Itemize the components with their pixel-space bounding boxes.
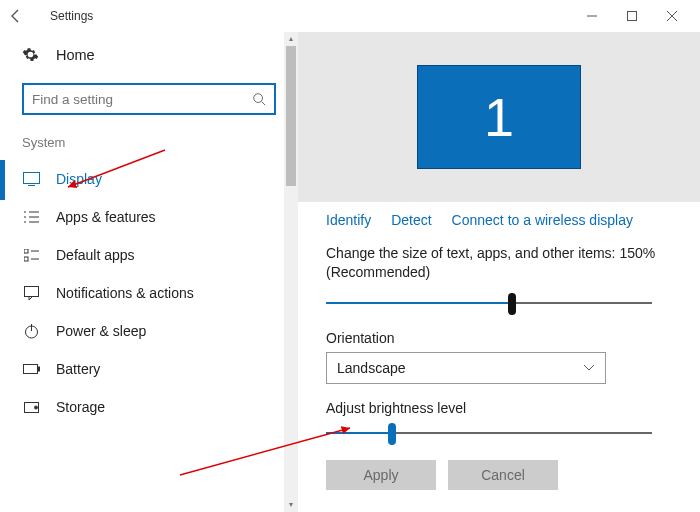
svg-rect-18 [24,287,38,297]
nav-item-apps[interactable]: Apps & features [20,198,298,236]
search-icon [252,92,266,106]
detect-link[interactable]: Detect [391,212,431,228]
brightness-label: Adjust brightness level [326,400,672,416]
display-icon [22,172,40,186]
battery-icon [22,364,40,374]
nav-item-storage[interactable]: Storage [20,388,298,426]
svg-point-24 [34,406,37,409]
section-label: System [20,129,298,160]
maximize-button[interactable] [612,2,652,30]
orientation-value: Landscape [337,360,406,376]
svg-line-5 [262,102,266,106]
svg-rect-14 [24,249,28,253]
svg-point-4 [254,94,263,103]
display-preview: 1 [298,32,700,202]
svg-rect-16 [24,257,28,261]
nav-label: Battery [56,361,100,377]
nav-item-display[interactable]: Display [20,160,298,198]
scroll-down-button[interactable]: ▾ [284,498,298,512]
scroll-up-button[interactable]: ▴ [284,32,298,46]
selection-indicator [0,160,5,200]
home-nav[interactable]: Home [20,40,298,75]
search-field[interactable] [32,92,252,107]
minimize-button[interactable] [572,2,612,30]
nav-label: Default apps [56,247,135,263]
apply-button[interactable]: Apply [326,460,436,490]
list-icon [22,211,40,224]
nav-item-power[interactable]: Power & sleep [20,312,298,350]
cancel-button[interactable]: Cancel [448,460,558,490]
nav-item-battery[interactable]: Battery [20,350,298,388]
identify-link[interactable]: Identify [326,212,371,228]
svg-rect-21 [23,365,37,374]
storage-icon [22,402,40,413]
display-links: Identify Detect Connect to a wireless di… [326,212,672,228]
svg-rect-22 [38,367,40,371]
nav-item-default-apps[interactable]: Default apps [20,236,298,274]
close-button[interactable] [652,2,692,30]
brightness-slider-thumb[interactable] [388,423,396,445]
nav-list: Display Apps & features Default apps Not… [20,160,298,426]
search-input[interactable] [22,83,276,115]
notification-icon [22,286,40,300]
power-icon [22,324,40,339]
scale-label: Change the size of text, apps, and other… [326,244,672,282]
scale-slider-thumb[interactable] [508,293,516,315]
monitor-number: 1 [484,86,514,148]
svg-rect-6 [23,173,39,184]
sidebar-scrollbar[interactable]: ▴ ▾ [284,32,298,512]
nav-label: Display [56,171,102,187]
chevron-down-icon [583,364,595,372]
titlebar: Settings [0,0,700,32]
nav-label: Apps & features [56,209,156,225]
svg-rect-1 [628,12,637,21]
monitor-thumbnail[interactable]: 1 [417,65,581,169]
wireless-display-link[interactable]: Connect to a wireless display [452,212,633,228]
home-label: Home [56,47,95,63]
scroll-thumb[interactable] [286,46,296,186]
orientation-label: Orientation [326,330,672,346]
gear-icon [22,46,40,63]
brightness-slider[interactable] [326,422,672,446]
orientation-select[interactable]: Landscape [326,352,606,384]
grid-icon [22,249,40,262]
sidebar: Home System Display Apps & features Defa… [0,32,298,512]
nav-label: Notifications & actions [56,285,194,301]
nav-label: Storage [56,399,105,415]
main-content: 1 Identify Detect Connect to a wireless … [298,32,700,512]
back-button[interactable] [8,8,32,24]
scale-slider[interactable] [326,292,672,316]
nav-label: Power & sleep [56,323,146,339]
window-title: Settings [32,9,572,23]
nav-item-notifications[interactable]: Notifications & actions [20,274,298,312]
